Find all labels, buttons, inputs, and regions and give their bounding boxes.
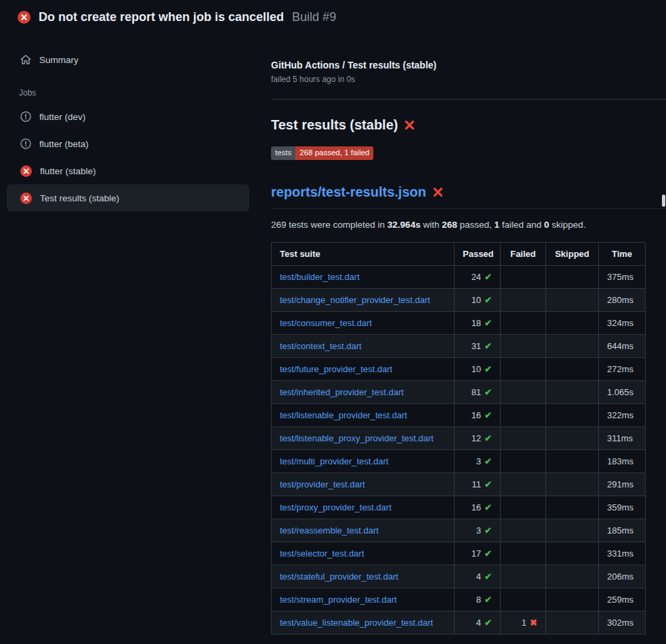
time-cell: 183ms bbox=[599, 449, 646, 472]
test-suite-link[interactable]: test/change_notifier_provider_test.dart bbox=[280, 295, 430, 305]
section-title-text: Test results (stable) bbox=[271, 117, 398, 133]
x-circle-fill-icon bbox=[20, 165, 32, 177]
build-number: Build #9 bbox=[292, 10, 336, 24]
summary-text: failed and bbox=[499, 220, 544, 230]
test-suite-link[interactable]: test/context_test.dart bbox=[280, 341, 362, 351]
home-icon bbox=[20, 54, 31, 65]
test-suite-link[interactable]: test/listenable_provider_test.dart bbox=[280, 410, 407, 420]
time-cell: 311ms bbox=[599, 426, 646, 449]
test-suite-link[interactable]: test/stream_provider_test.dart bbox=[280, 595, 397, 605]
test-suite-link[interactable]: test/provider_test.dart bbox=[280, 479, 365, 489]
sidebar-item-job[interactable]: flutter (beta) bbox=[7, 130, 249, 157]
run-status-text: failed 5 hours ago in 0s bbox=[271, 75, 666, 84]
test-suite-link[interactable]: test/future_provider_test.dart bbox=[280, 364, 392, 374]
column-header-failed: Failed bbox=[501, 242, 546, 265]
cancelled-icon bbox=[20, 138, 31, 149]
test-suite-link[interactable]: test/proxy_provider_test.dart bbox=[280, 502, 392, 512]
skipped-cell bbox=[546, 403, 599, 426]
check-mark-icon: ✔ bbox=[484, 456, 492, 466]
summary-number: 0 bbox=[544, 220, 549, 230]
check-mark-icon: ✔ bbox=[484, 364, 492, 374]
tests-badge: tests 268 passed, 1 failed bbox=[271, 146, 373, 160]
skipped-cell bbox=[546, 265, 599, 288]
page-header: Do not create report when job is cancell… bbox=[0, 0, 666, 34]
test-suite-link[interactable]: test/builder_test.dart bbox=[280, 272, 360, 282]
check-mark-icon: ✔ bbox=[484, 479, 492, 489]
check-mark-icon: ✔ bbox=[484, 341, 492, 351]
summary-number: 1 bbox=[495, 220, 500, 230]
summary-number: 268 bbox=[442, 220, 457, 230]
summary-text: with bbox=[421, 220, 442, 230]
time-cell: 359ms bbox=[599, 496, 646, 519]
skipped-cell bbox=[546, 519, 599, 542]
table-row: test/proxy_provider_test.dart16✔359ms bbox=[272, 496, 646, 519]
passed-count: 12 bbox=[472, 433, 481, 443]
sidebar-item-job[interactable]: Test results (stable) bbox=[7, 184, 249, 212]
sidebar-item-label: Test results (stable) bbox=[40, 193, 119, 203]
test-suite-link[interactable]: test/listenable_proxy_provider_test.dart bbox=[280, 433, 434, 443]
check-mark-icon: ✔ bbox=[484, 410, 492, 420]
table-row: test/consumer_test.dart18✔324ms bbox=[272, 311, 646, 334]
passed-count: 10 bbox=[472, 295, 481, 305]
check-mark-icon: ✔ bbox=[484, 618, 492, 628]
time-cell: 259ms bbox=[599, 588, 646, 611]
check-mark-icon: ✔ bbox=[484, 571, 492, 582]
cancelled-icon bbox=[20, 111, 31, 122]
skipped-cell bbox=[546, 611, 599, 634]
badge-label: tests bbox=[271, 146, 295, 160]
time-cell: 280ms bbox=[599, 288, 646, 311]
test-suite-link[interactable]: test/value_listenable_provider_test.dart bbox=[280, 618, 433, 628]
check-mark-icon: ✔ bbox=[484, 318, 492, 328]
passed-count: 16 bbox=[472, 410, 481, 420]
skipped-cell bbox=[546, 334, 599, 357]
passed-count: 31 bbox=[472, 341, 481, 351]
table-row: test/inherited_provider_test.dart81✔1.06… bbox=[272, 380, 646, 403]
scrollbar-thumb[interactable] bbox=[662, 195, 665, 207]
passed-count: 3 bbox=[476, 525, 481, 536]
table-row: test/selector_test.dart17✔331ms bbox=[272, 542, 646, 565]
report-file-link[interactable]: reports/test-results.json bbox=[271, 184, 426, 200]
sidebar-item-job[interactable]: flutter (stable) bbox=[7, 157, 249, 184]
time-cell: 272ms bbox=[599, 357, 646, 380]
check-mark-icon: ✔ bbox=[484, 548, 492, 559]
check-mark-icon: ✔ bbox=[484, 433, 492, 443]
skipped-cell bbox=[546, 496, 599, 519]
sidebar-item-job[interactable]: flutter (dev) bbox=[7, 103, 249, 130]
passed-count: 24 bbox=[472, 272, 481, 282]
table-row: test/value_listenable_provider_test.dart… bbox=[272, 611, 646, 634]
test-suite-link[interactable]: test/selector_test.dart bbox=[280, 548, 364, 559]
cross-mark-icon bbox=[404, 119, 415, 131]
time-cell: 185ms bbox=[599, 519, 646, 542]
passed-count: 8 bbox=[476, 595, 481, 605]
table-row: test/stateful_provider_test.dart4✔206ms bbox=[272, 565, 646, 588]
sidebar-item-label: flutter (stable) bbox=[40, 166, 96, 176]
time-cell: 322ms bbox=[599, 403, 646, 426]
passed-count: 4 bbox=[476, 571, 481, 582]
summary-number: 32.964s bbox=[388, 220, 421, 230]
x-circle-fill-icon bbox=[20, 193, 32, 204]
table-row: test/reassemble_test.dart3✔185ms bbox=[272, 519, 646, 542]
jobs-list: flutter (dev)flutter (beta)flutter (stab… bbox=[7, 103, 249, 212]
table-row: test/listenable_provider_test.dart16✔322… bbox=[272, 403, 646, 426]
test-suite-link[interactable]: test/stateful_provider_test.dart bbox=[280, 571, 398, 582]
breadcrumb: GitHub Actions / Test results (stable) bbox=[271, 60, 666, 71]
table-row: test/future_provider_test.dart10✔272ms bbox=[272, 357, 646, 380]
passed-count: 11 bbox=[472, 479, 482, 489]
test-suite-link[interactable]: test/multi_provider_test.dart bbox=[280, 456, 388, 466]
report-title: reports/test-results.json bbox=[271, 184, 666, 209]
table-row: test/stream_provider_test.dart8✔259ms bbox=[272, 588, 646, 611]
table-row: test/multi_provider_test.dart3✔183ms bbox=[272, 449, 646, 472]
skipped-cell bbox=[546, 588, 599, 611]
time-cell: 331ms bbox=[599, 542, 646, 565]
test-suite-link[interactable]: test/reassemble_test.dart bbox=[280, 525, 379, 536]
test-suite-link[interactable]: test/inherited_provider_test.dart bbox=[280, 387, 404, 397]
badge-value: 268 passed, 1 failed bbox=[295, 146, 373, 160]
table-row: test/context_test.dart31✔644ms bbox=[272, 334, 646, 357]
passed-count: 18 bbox=[472, 318, 481, 328]
sidebar-item-summary[interactable]: Summary bbox=[7, 46, 249, 73]
time-cell: 302ms bbox=[599, 611, 646, 634]
table-row: test/provider_test.dart11✔291ms bbox=[272, 472, 646, 496]
divider bbox=[271, 99, 666, 100]
test-suite-link[interactable]: test/consumer_test.dart bbox=[280, 318, 372, 328]
skipped-cell bbox=[546, 449, 599, 472]
